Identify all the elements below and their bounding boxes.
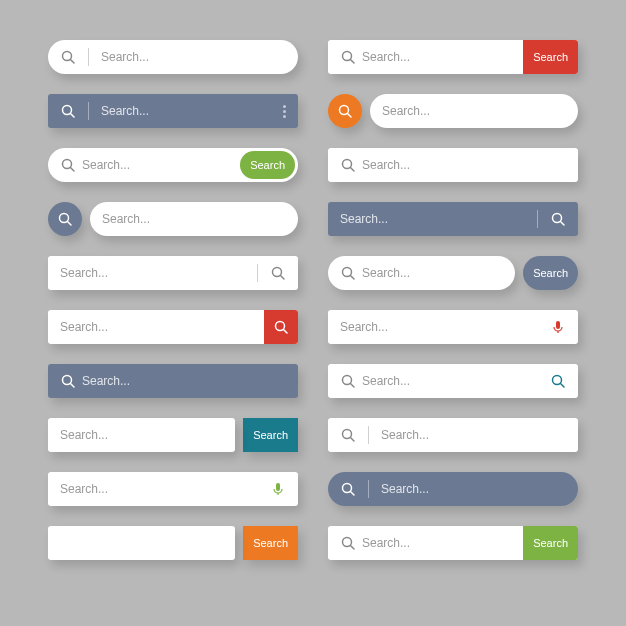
placeholder: Search... [101, 50, 149, 64]
search-icon [60, 49, 76, 65]
search-icon [340, 49, 356, 65]
search-bar-r5: Search... Search [328, 256, 578, 290]
search-bar-r9[interactable]: Search... [328, 472, 578, 506]
search-icon [340, 427, 356, 443]
left-column: Search... Search... Search... Search Sea… [48, 40, 298, 586]
search-bar-l4: Search... [48, 202, 298, 236]
search-input[interactable] [48, 526, 235, 560]
more-icon[interactable] [283, 105, 286, 118]
placeholder: Search... [60, 482, 108, 496]
placeholder: Search... [381, 428, 429, 442]
search-icon [340, 157, 356, 173]
search-button[interactable]: Search [523, 40, 578, 74]
divider [88, 48, 89, 66]
placeholder: Search... [60, 428, 108, 442]
search-button[interactable]: Search [243, 526, 298, 560]
search-icon-button[interactable] [328, 94, 362, 128]
right-column: Search... Search Search... Search... Sea… [328, 40, 578, 586]
search-bar-l7[interactable]: Search... [48, 364, 298, 398]
search-input[interactable]: Search... [370, 94, 578, 128]
placeholder: Search... [381, 482, 429, 496]
search-icon [60, 103, 76, 119]
search-bar-r8[interactable]: Search... [328, 418, 578, 452]
placeholder: Search... [60, 320, 108, 334]
placeholder: Search... [362, 158, 410, 172]
search-bar-l6[interactable]: Search... [48, 310, 298, 344]
divider [257, 264, 258, 282]
placeholder: Search... [340, 320, 388, 334]
search-button[interactable]: Search [243, 418, 298, 452]
search-input[interactable]: Search... [90, 202, 298, 236]
placeholder: Search... [362, 266, 410, 280]
placeholder: Search... [362, 536, 410, 550]
search-icon [340, 481, 356, 497]
search-button[interactable] [264, 310, 298, 344]
search-bar-l3[interactable]: Search... Search [48, 148, 298, 182]
search-bar-l9[interactable]: Search... [48, 472, 298, 506]
divider [368, 480, 369, 498]
search-icon [60, 157, 76, 173]
search-input[interactable]: Search... [328, 256, 515, 290]
search-icon [340, 535, 356, 551]
mic-icon[interactable] [270, 481, 286, 497]
search-bar-r6[interactable]: Search... [328, 310, 578, 344]
placeholder: Search... [382, 104, 430, 118]
placeholder: Search... [101, 104, 149, 118]
divider [88, 102, 89, 120]
search-bar-r2: Search... [328, 94, 578, 128]
search-icon [60, 373, 76, 389]
search-bar-r1[interactable]: Search... Search [328, 40, 578, 74]
search-button[interactable]: Search [240, 151, 295, 179]
search-input[interactable]: Search... [48, 418, 235, 452]
search-button[interactable]: Search [523, 256, 578, 290]
search-icon[interactable] [270, 265, 286, 281]
search-icon-button[interactable] [48, 202, 82, 236]
mic-icon[interactable] [550, 319, 566, 335]
search-bar-r3[interactable]: Search... [328, 148, 578, 182]
search-bar-r4[interactable]: Search... [328, 202, 578, 236]
placeholder: Search... [60, 266, 108, 280]
search-bar-l1[interactable]: Search... [48, 40, 298, 74]
search-bar-r7[interactable]: Search... [328, 364, 578, 398]
search-bar-r10[interactable]: Search... Search [328, 526, 578, 560]
search-bar-l5[interactable]: Search... [48, 256, 298, 290]
search-bar-l8: Search... Search [48, 418, 298, 452]
divider [537, 210, 538, 228]
search-icon [340, 265, 356, 281]
search-icon [340, 373, 356, 389]
placeholder: Search... [362, 374, 410, 388]
search-icon[interactable] [550, 211, 566, 227]
search-bar-l10: Search [48, 526, 298, 560]
search-button[interactable]: Search [523, 526, 578, 560]
divider [368, 426, 369, 444]
placeholder: Search... [82, 374, 130, 388]
search-icon[interactable] [550, 373, 566, 389]
placeholder: Search... [82, 158, 130, 172]
placeholder: Search... [340, 212, 388, 226]
search-bar-l2[interactable]: Search... [48, 94, 298, 128]
placeholder: Search... [102, 212, 150, 226]
placeholder: Search... [362, 50, 410, 64]
